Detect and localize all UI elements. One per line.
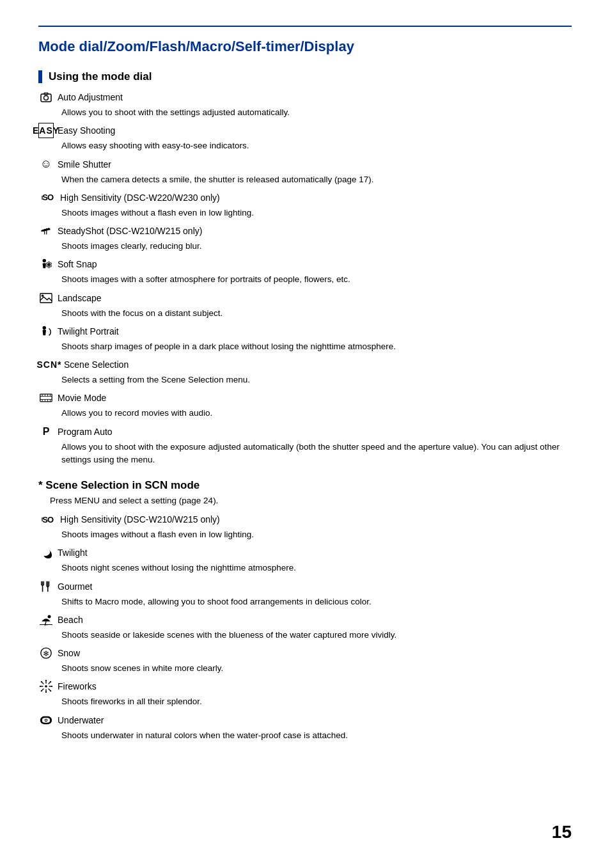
svg-point-12 [42,294,44,297]
item-twilight: Twilight Shoots night scenes without los… [38,545,572,574]
smile-shutter-desc: When the camera detects a smile, the shu… [61,173,572,186]
svg-point-27 [48,615,51,618]
twilight-icon [38,545,54,560]
movie-mode-desc: Allows you to record movies with audio. [61,407,572,420]
section-marker [38,70,42,83]
twilight-portrait-desc: Shoots sharp images of people in a dark … [61,340,572,353]
section-mode-dial: Using the mode dial Auto Adjustment Allo… [38,70,572,466]
camera-icon [38,90,54,105]
steadyshot-label: SteadyShot (DSC-W210/W215 only) [58,226,202,236]
landscape-label: Landscape [58,293,102,303]
fireworks-icon [38,679,54,694]
item-auto-adjustment: Auto Adjustment Allows you to shoot with… [38,90,572,119]
scn-high-sensitivity-desc: Shoots images without a flash even in lo… [61,528,572,541]
svg-point-53 [45,719,47,720]
twilight-label: Twilight [58,548,88,558]
beach-icon [38,612,54,627]
gourmet-label: Gourmet [58,581,92,592]
snow-label: Snow [58,648,80,658]
item-underwater: Underwater Shoots underwater in natural … [38,713,572,742]
svg-point-7 [50,265,52,267]
snow-icon: ❄ [38,645,54,661]
gourmet-icon [38,579,54,594]
smile-shutter-label: Smile Shutter [58,159,111,170]
soft-snap-desc: Shoots images with a softer atmosphere f… [61,273,572,286]
svg-point-8 [48,266,50,268]
page-header: Mode dial/Zoom/Flash/Macro/Self-timer/Di… [38,26,572,55]
smile-icon: ☺ [38,157,54,172]
movie-mode-label: Movie Mode [58,393,106,403]
item-snow: ❄ Snow Shoots snow scenes in white more … [38,645,572,675]
svg-point-1 [44,96,49,100]
easy-shooting-label: Easy Shooting [58,125,115,136]
svg-point-42 [45,680,47,681]
item-movie-mode: Movie Mode Allows you to record movies w… [38,390,572,420]
svg-line-28 [45,621,46,626]
scene-selection-desc: Selects a setting from the Scene Selecti… [61,374,572,386]
auto-adjustment-label: Auto Adjustment [58,92,123,102]
page-number: 15 [552,822,572,842]
gourmet-desc: Shifts to Macro mode, allowing you to sh… [61,596,572,608]
svg-point-43 [45,691,47,693]
item-soft-snap: Soft Snap Shoots images with a softer at… [38,256,572,286]
page-title: Mode dial/Zoom/Flash/Macro/Self-timer/Di… [38,38,572,55]
underwater-label: Underwater [58,715,104,725]
svg-text:❄: ❄ [43,649,49,658]
twilight-portrait-label: Twilight Portrait [58,326,119,336]
twilight-desc: Shoots night scenes without losing the n… [61,562,572,574]
beach-label: Beach [58,615,83,625]
steadyshot-icon [38,223,54,239]
item-twilight-portrait: Twilight Portrait Shoots sharp images of… [38,324,572,353]
high-sensitivity-label: High Sensitivity (DSC-W220/W230 only) [60,193,220,203]
svg-point-9 [46,265,48,267]
item-scn-high-sensitivity: ISO High Sensitivity (DSC-W210/W215 only… [38,512,572,541]
iso-icon: ISO [38,190,56,205]
section1-title: Using the mode dial [38,70,572,83]
item-high-sensitivity: ISO High Sensitivity (DSC-W220/W230 only… [38,190,572,219]
steadyshot-desc: Shoots images clearly, reducing blur. [61,240,572,253]
p-icon: P [38,424,54,439]
movie-icon [38,390,54,406]
program-auto-label: Program Auto [58,427,113,437]
soft-snap-label: Soft Snap [58,259,97,269]
softsnap-icon [38,256,54,272]
item-steadyshot: SteadyShot (DSC-W210/W215 only) Shoots i… [38,223,572,253]
item-scene-selection: SCN* Scene Selection Selects a setting f… [38,357,572,386]
svg-point-47 [50,681,51,683]
svg-point-45 [51,686,52,687]
item-landscape: Landscape Shoots with the focus on a dis… [38,290,572,320]
item-gourmet: Gourmet Shifts to Macro mode, allowing y… [38,579,572,608]
svg-point-44 [40,686,41,687]
item-smile-shutter: ☺ Smile Shutter When the camera detects … [38,157,572,186]
scn-icon: SCN* [38,357,60,372]
easy-shooting-desc: Allows easy shooting with easy-to-see in… [61,139,572,152]
twilight-portrait-icon [38,324,54,339]
svg-point-5 [48,262,50,264]
item-easy-shooting: EASY Easy Shooting Allows easy shooting … [38,123,572,152]
scn-iso-icon: ISO [38,512,56,527]
auto-adjustment-desc: Allows you to shoot with the settings ad… [61,106,572,119]
section-scn-mode: * Scene Selection in SCN mode Press MENU… [38,479,572,742]
fireworks-desc: Shoots fireworks in all their splendor. [61,695,572,708]
svg-point-3 [43,259,46,262]
section2-intro: Press MENU and select a setting (page 24… [50,496,572,505]
svg-point-10 [46,263,48,265]
item-program-auto: P Program Auto Allows you to shoot with … [38,424,572,467]
svg-point-13 [43,326,46,329]
underwater-desc: Shoots underwater in natural colors when… [61,729,572,742]
easy-icon: EASY [38,123,54,138]
landscape-icon [38,290,54,306]
underwater-icon [38,713,54,728]
svg-point-33 [45,685,47,688]
svg-point-6 [50,263,52,265]
program-auto-desc: Allows you to shoot with the exposure ad… [61,441,572,467]
landscape-desc: Shoots with the focus on a distant subje… [61,307,572,320]
svg-point-48 [41,690,42,691]
snow-desc: Shoots snow scenes in white more clearly… [61,662,572,675]
fireworks-label: Fireworks [58,681,97,691]
svg-point-46 [41,681,42,683]
item-beach: Beach Shoots seaside or lakeside scenes … [38,612,572,642]
section2-title: * Scene Selection in SCN mode [38,479,572,492]
beach-desc: Shoots seaside or lakeside scenes with t… [61,629,572,642]
svg-point-49 [50,690,51,691]
